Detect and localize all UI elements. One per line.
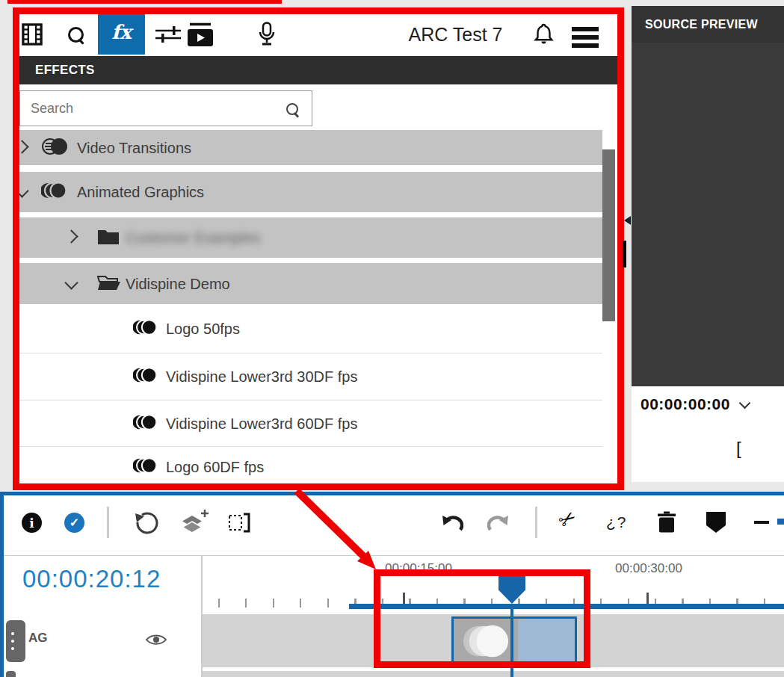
effects-panel: fx <box>13 7 617 487</box>
tree-label: Vidispine Demo <box>126 275 230 292</box>
tree-item-logo-50fps[interactable]: Logo 50fps <box>13 304 602 353</box>
delete-button[interactable] <box>657 511 676 537</box>
undo-button[interactable] <box>441 513 463 536</box>
gutter-scrollbar[interactable] <box>623 241 626 268</box>
timeline-clip[interactable] <box>451 616 577 666</box>
source-timecode[interactable]: 00:00:00:00 <box>641 395 749 413</box>
ruler-label-30s: 00:00:30:00 <box>593 561 705 576</box>
unlink-button[interactable]: ¿? <box>606 513 628 531</box>
undo-icon <box>441 513 463 533</box>
info-button[interactable]: i <box>22 513 42 533</box>
redo-button[interactable] <box>487 513 510 536</box>
track-label: AG <box>28 631 48 646</box>
chevron-right-icon[interactable] <box>67 231 76 244</box>
effects-scrollbar[interactable] <box>602 149 615 321</box>
animated-graphics-icon <box>41 181 68 203</box>
trim-button[interactable] <box>228 513 250 536</box>
animated-graphics-icon <box>133 318 158 339</box>
animated-graphics-icon <box>463 622 509 661</box>
chevron-right-icon[interactable] <box>17 141 27 155</box>
video-transition-icon <box>41 137 68 159</box>
tree-label: Vidispine Lower3rd 30DF fps <box>166 368 357 386</box>
fx-icon: fx <box>111 21 132 43</box>
animated-graphics-icon <box>133 457 158 477</box>
track-drag-handle[interactable] <box>6 620 25 662</box>
media-bin-button[interactable] <box>17 19 47 49</box>
source-preview-header: SOURCE PREVIEW <box>632 6 784 43</box>
add-layer-button[interactable] <box>179 509 209 539</box>
collapse-panel-icon[interactable] <box>624 216 631 225</box>
track-visibility-button[interactable] <box>146 633 167 649</box>
export-render-button[interactable] <box>185 19 215 49</box>
top-toolbar: fx <box>13 7 617 56</box>
animated-graphics-icon <box>133 366 158 387</box>
ruler-label-15s: 00:00:15:00 <box>362 561 475 576</box>
track-lane-next[interactable] <box>203 671 784 677</box>
mark-in-button[interactable]: [ <box>736 438 741 459</box>
reset-icon <box>135 510 158 534</box>
clip-graphics-segment <box>454 619 518 664</box>
reset-button[interactable] <box>135 510 158 537</box>
info-icon: i <box>29 516 34 531</box>
ruler-range-bar[interactable] <box>349 604 784 609</box>
scissors-icon: ✂ <box>554 504 581 534</box>
search-button[interactable] <box>61 19 90 49</box>
adjustments-button[interactable] <box>153 19 183 49</box>
chevron-down-icon[interactable] <box>17 185 27 199</box>
add-layer-icon <box>179 509 209 536</box>
cut-button[interactable]: ✂ <box>559 507 576 531</box>
project-title: ARC Test 7 <box>386 24 525 46</box>
microphone-button[interactable] <box>252 19 282 49</box>
effects-tab-button[interactable]: fx <box>98 10 145 55</box>
search-icon <box>68 27 84 43</box>
export-render-icon <box>188 22 213 46</box>
tree-group-video-transitions[interactable]: Video Transitions <box>13 130 602 165</box>
annotation-line <box>7 0 282 4</box>
tree-folder-vidispine-demo[interactable]: Vidispine Demo <box>13 263 602 304</box>
effects-panel-title: EFFECTS <box>35 63 95 78</box>
tree-folder-customer-examples[interactable]: Customer Examples <box>13 217 602 258</box>
tree-label: Vidispine Lower3rd 60DF fps <box>166 415 357 432</box>
folder-closed-icon <box>97 227 120 248</box>
notifications-button[interactable] <box>528 19 558 49</box>
tree-label: Logo 60DF fps <box>166 459 264 476</box>
zoom-out-button[interactable] <box>754 521 769 524</box>
source-preview-panel: SOURCE PREVIEW 00:00:00:00 [ <box>632 6 784 482</box>
source-preview-title: SOURCE PREVIEW <box>645 18 758 31</box>
tree-item-lower3rd-60df[interactable]: Vidispine Lower3rd 60DF fps <box>13 401 602 447</box>
chevron-down-icon[interactable] <box>739 398 751 409</box>
tree-label: Video Transitions <box>77 139 191 156</box>
redo-icon <box>487 513 510 533</box>
approve-button[interactable]: ✓ <box>64 513 84 533</box>
adjustments-icon <box>155 23 181 46</box>
tree-label-blurred: Customer Examples <box>126 229 260 247</box>
effects-search-input[interactable] <box>19 90 312 126</box>
source-preview-video <box>632 43 784 386</box>
microphone-icon <box>259 22 275 46</box>
trash-icon <box>657 511 676 534</box>
zoom-slider[interactable] <box>777 519 784 525</box>
marker-flag-icon <box>706 511 726 534</box>
bell-icon <box>534 23 554 46</box>
folder-open-icon <box>97 273 121 294</box>
clip-extension-segment <box>518 619 575 664</box>
toolbar-divider <box>107 507 109 538</box>
check-icon: ✓ <box>70 516 79 530</box>
track-drag-handle[interactable] <box>6 671 16 677</box>
toolbar-divider <box>535 507 537 538</box>
tree-label: Logo 50fps <box>166 320 240 337</box>
menu-button[interactable] <box>572 27 599 48</box>
tree-item-lower3rd-30df[interactable]: Vidispine Lower3rd 30DF fps <box>13 353 602 401</box>
tree-group-animated-graphics[interactable]: Animated Graphics <box>13 172 602 212</box>
marker-button[interactable] <box>706 511 726 537</box>
timeline-current-timecode[interactable]: 00:00:20:12 <box>22 565 161 593</box>
search-field-icon <box>286 103 298 115</box>
effects-panel-header: EFFECTS <box>13 56 617 84</box>
timeline-panel: i ✓ <box>0 492 784 677</box>
playhead-line <box>510 604 513 677</box>
tree-item-logo-60df[interactable]: Logo 60DF fps <box>13 447 602 487</box>
chevron-down-icon[interactable] <box>67 277 76 291</box>
trim-icon <box>228 513 250 533</box>
tree-label: Animated Graphics <box>77 184 204 201</box>
animated-graphics-icon <box>133 413 158 434</box>
